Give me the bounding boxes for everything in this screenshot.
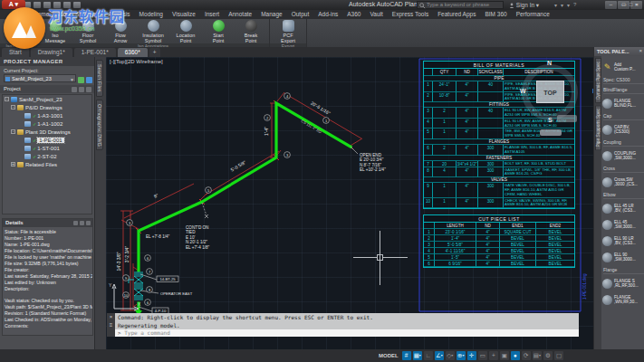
- viewport-controls-label[interactable]: [-][Top][2D Wireframe]: [110, 59, 163, 64]
- palette-tab-dynamic-pipe-spec[interactable]: Dynamic Pipe Spec: [595, 58, 601, 103]
- ortho-mode-icon[interactable]: ∟: [424, 351, 433, 360]
- start-point-button[interactable]: Start Point: [203, 20, 234, 43]
- ribbon-tab-featured-apps[interactable]: Featured Apps: [433, 10, 480, 19]
- palette-close-icon[interactable]: ×: [639, 48, 642, 53]
- ribbon-tab-a360[interactable]: A360: [342, 10, 365, 19]
- dynamic-input-icon[interactable]: ▭: [478, 351, 487, 360]
- customization-icon[interactable]: ⚙: [543, 351, 553, 360]
- tree-expander[interactable]: -: [5, 97, 9, 101]
- ribbon-tab-insert[interactable]: Insert: [200, 10, 224, 19]
- doc-restore-icon[interactable]: □: [630, 2, 633, 7]
- grid-display-icon[interactable]: #: [402, 351, 411, 360]
- new-project-icon[interactable]: [78, 77, 84, 83]
- palette-item-flange[interactable]: FLANGE ,WN,RF,30...: [602, 292, 644, 307]
- viewcube-top-face[interactable]: TOP: [536, 81, 564, 103]
- palette-tab-pipe-supports-spec[interactable]: Pipe Supports Spec: [595, 105, 601, 150]
- lineweight-icon[interactable]: +: [489, 351, 498, 360]
- viewcube-north[interactable]: N: [547, 60, 552, 66]
- polar-tracking-icon[interactable]: ∠▾: [435, 351, 444, 360]
- details-collapse-icon[interactable]: [86, 221, 91, 225]
- viewcube-home-button[interactable]: [540, 129, 562, 136]
- ribbon-tab-manage[interactable]: Manage: [256, 10, 287, 19]
- tree-item-sanm-project-23[interactable]: -SanM_Project_23: [3, 95, 91, 103]
- file-tab-6360[interactable]: 6360*: [118, 48, 148, 57]
- palette-item-coupling[interactable]: COUPLING ,SW,3000...: [602, 148, 644, 163]
- viewcube-south[interactable]: S: [548, 117, 553, 123]
- snap-mode-icon[interactable]: ▦▾: [413, 351, 422, 360]
- palette-item-cap-bv[interactable]: CAP,BV, (CS300): [602, 122, 644, 137]
- tree-item-2-st-02[interactable]: ✓2-ST-02: [3, 152, 91, 160]
- palette-item-ell-45[interactable]: ELL 45 ,SW,3000...: [602, 217, 644, 232]
- tree-expander[interactable]: +: [11, 162, 15, 167]
- palette-item-ell-90[interactable]: ELL 90 ,SW,3000...: [602, 250, 644, 264]
- document-window-controls[interactable]: —□×: [621, 2, 639, 7]
- clean-screen-icon[interactable]: ▢: [554, 351, 563, 360]
- selection-cycling-icon[interactable]: ●: [511, 351, 520, 360]
- ribbon-tab-performance[interactable]: Performance: [512, 10, 554, 19]
- tree-item-1-a1-1002[interactable]: ✓1-A1-1002: [3, 119, 91, 128]
- file-tab-start[interactable]: Start: [2, 48, 29, 57]
- ribbon-tab-visualize[interactable]: Visualize: [168, 10, 200, 19]
- annotation-scale-icon[interactable]: ⟳: [522, 351, 531, 360]
- command-window-buttons[interactable]: ×≡: [107, 313, 115, 337]
- weld-marks: [136, 100, 353, 233]
- tree-expander[interactable]: -: [11, 105, 15, 110]
- details-refresh-icon[interactable]: [80, 221, 84, 225]
- viewcube[interactable]: TOP N W S E: [518, 61, 589, 131]
- workspace-switching-icon[interactable]: ▤▾: [533, 351, 542, 360]
- ribbon-tab-bim-360[interactable]: BIM 360: [480, 10, 511, 19]
- insulation-symbol-button[interactable]: Insulation Symbol: [138, 20, 168, 43]
- command-input[interactable]: > Type a command: [115, 329, 579, 337]
- bom-row: 1014"300CHECK VALVE, SWING, 300 LB, RF, …: [424, 198, 574, 209]
- isometric-drafting-icon[interactable]: ◇▾: [446, 351, 455, 360]
- palette-item-cross-sw[interactable]: Cross,SW ,3000 ,(CS...: [602, 175, 644, 189]
- tree-item-plant-3d-drawings[interactable]: -Plant 3D Drawings: [3, 128, 91, 136]
- location-point-button[interactable]: Location Point: [170, 20, 201, 43]
- tree-item-related-files[interactable]: +Related Files: [3, 160, 91, 168]
- model-space-label[interactable]: MODEL: [379, 353, 399, 358]
- palette-item-ell-45-lr[interactable]: ELL 45 LR ,BV, (CS3...: [602, 201, 644, 215]
- ribbon-tab-add-ins[interactable]: Add-ins: [313, 10, 342, 19]
- palette-item-ell-90-lr[interactable]: ELL 90 LR ,BV, (CS3...: [602, 233, 644, 248]
- tree-item-1-a3-1001[interactable]: ✓1-A3-1001: [3, 111, 91, 119]
- tree-item-p-id-drawings[interactable]: -P&ID Drawings: [3, 103, 91, 111]
- transparency-icon[interactable]: ▣: [500, 351, 509, 360]
- doc-minimize-icon[interactable]: —: [621, 2, 627, 7]
- tree-item-1-pe-001[interactable]: ✓1-PE-001: [3, 136, 91, 144]
- viewcube-west[interactable]: W: [520, 88, 526, 94]
- file-tab-1-pe-001[interactable]: 1-PE-001*: [74, 48, 116, 57]
- pcf-export-button[interactable]: PCF Export: [273, 20, 303, 43]
- ribbon-tab-output[interactable]: Output: [287, 10, 314, 19]
- object-snap-tracking-icon[interactable]: ✛: [467, 351, 476, 360]
- sign-in-button[interactable]: Sign In ▾: [509, 2, 539, 9]
- break-point-button[interactable]: Break Point: [235, 20, 266, 43]
- details-pin-icon[interactable]: [73, 221, 78, 225]
- current-project-dropdown[interactable]: SanM_Project_23▼: [4, 74, 76, 82]
- palette-item-flange-s[interactable]: FLANGE S ,RL,RF,300...: [602, 276, 644, 291]
- palette-item-add[interactable]: ✎Add Custom P...: [602, 60, 644, 74]
- settings-icon[interactable]: [86, 87, 91, 92]
- help-search-input[interactable]: Type a keyword or phrase: [417, 1, 504, 9]
- tree-item-1-st-001[interactable]: ✓1-ST-001: [3, 144, 91, 152]
- new-drawing-tab[interactable]: +: [149, 48, 160, 57]
- minimize-button[interactable]: –: [605, 1, 617, 9]
- doc-close-icon[interactable]: ×: [635, 2, 639, 7]
- ribbon-tab-modeling[interactable]: Modeling: [135, 10, 168, 19]
- tree-expander[interactable]: -: [11, 129, 15, 134]
- refresh-icon[interactable]: [72, 87, 77, 92]
- ribbon-tab-express-tools[interactable]: Express Tools: [388, 10, 433, 19]
- titlebar-utility-icons[interactable]: ▾▾▾?: [554, 2, 576, 8]
- ribbon-tab-vault[interactable]: Vault: [365, 10, 387, 19]
- command-line-panel[interactable]: ×≡ Command: Right-click to display the s…: [107, 313, 579, 337]
- side-tab-search-files[interactable]: Search Files: [96, 60, 103, 97]
- ribbon-tab-annotate[interactable]: Annotate: [224, 10, 256, 19]
- object-snap-icon[interactable]: ⊕▾: [457, 351, 466, 360]
- model-space-viewport[interactable]: [-][Top][2D Wireframe] 1-PE-001.dwg: [106, 57, 593, 349]
- filter-icon[interactable]: [79, 87, 84, 92]
- palette-item-flange[interactable]: FLANGE BLIND,FL...: [602, 96, 644, 110]
- viewcube-east[interactable]: E: [592, 88, 593, 94]
- open-project-icon[interactable]: [86, 77, 92, 83]
- side-tab-orthographic-dwg[interactable]: Orthographic DWG: [96, 100, 103, 151]
- file-tab-drawing1[interactable]: Drawing1*: [31, 48, 72, 57]
- navigation-bar[interactable]: [557, 115, 577, 122]
